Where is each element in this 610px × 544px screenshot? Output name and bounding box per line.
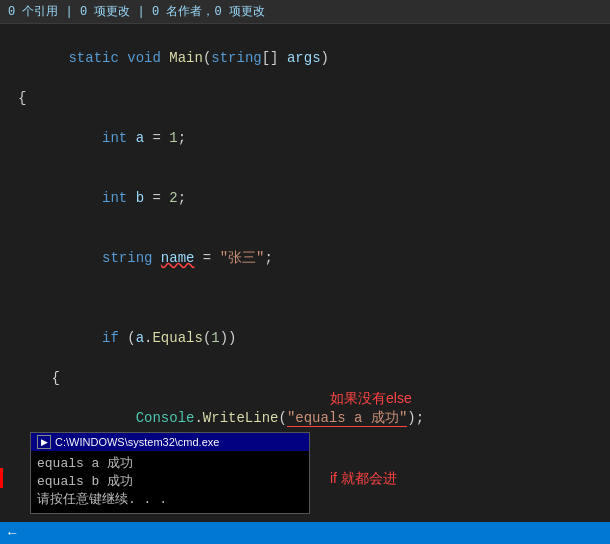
terminal-window: ▶ C:\WINDOWS\system32\cmd.exe equals a 成… bbox=[30, 432, 310, 514]
var-a: a bbox=[136, 130, 144, 146]
code-line-7: if (a.Equals(1)) bbox=[0, 308, 610, 368]
code-line-5: string name = "张三"; bbox=[0, 228, 610, 288]
annotation-if-enter: if 就都会进 bbox=[330, 468, 397, 488]
red-bar bbox=[0, 468, 3, 488]
method-main: Main bbox=[169, 50, 203, 66]
num-2: 2 bbox=[169, 190, 177, 206]
cls-console1: Console bbox=[136, 410, 195, 426]
code-line-6 bbox=[0, 288, 610, 308]
line-content-8: { bbox=[8, 368, 60, 388]
line-content-4: int b = 2; bbox=[8, 168, 186, 228]
num-1b: 1 bbox=[211, 330, 219, 346]
str-equals-a: "equals a 成功" bbox=[287, 410, 407, 427]
code-line-8: { bbox=[0, 368, 610, 388]
var-args: args bbox=[287, 50, 321, 66]
code-line-4: int b = 2; bbox=[0, 168, 610, 228]
line-content-7: if (a.Equals(1)) bbox=[8, 308, 237, 368]
num-1: 1 bbox=[169, 130, 177, 146]
var-name: name bbox=[161, 250, 195, 266]
terminal-body: equals a 成功 equals b 成功 请按任意键继续. . . bbox=[31, 451, 309, 513]
str-zhangsan: "张三" bbox=[220, 250, 265, 266]
bottom-bar: ← bbox=[0, 522, 610, 544]
kw-int-b: int bbox=[102, 190, 127, 206]
terminal-line-1: equals a 成功 bbox=[37, 455, 303, 473]
code-line-2: { bbox=[0, 88, 610, 108]
terminal-title: C:\WINDOWS\system32\cmd.exe bbox=[55, 436, 219, 448]
kw-string: string bbox=[211, 50, 261, 66]
line-content-2: { bbox=[8, 88, 26, 108]
code-line-1: static void Main(string[] args) bbox=[0, 28, 610, 88]
terminal-line-3: 请按任意键继续. . . bbox=[37, 491, 303, 509]
kw-string: string bbox=[102, 250, 152, 266]
terminal-titlebar: ▶ C:\WINDOWS\system32\cmd.exe bbox=[31, 433, 309, 451]
code-line-3: int a = 1; bbox=[0, 108, 610, 168]
line-content-3: int a = 1; bbox=[8, 108, 186, 168]
method-equals: Equals bbox=[152, 330, 202, 346]
terminal-icon: ▶ bbox=[37, 435, 51, 449]
annotation-no-else: 如果没有else bbox=[330, 388, 412, 408]
var-b: b bbox=[136, 190, 144, 206]
var-a2: a bbox=[136, 330, 144, 346]
terminal-line-2: equals b 成功 bbox=[37, 473, 303, 491]
kw-if1: if bbox=[102, 330, 119, 346]
kw-int-a: int bbox=[102, 130, 127, 146]
info-bar-text: 0 个引用 | 0 项更改 | 0 名作者，0 项更改 bbox=[8, 3, 265, 20]
line-content-1: static void Main(string[] args) bbox=[8, 28, 329, 88]
line-content-5: string name = "张三"; bbox=[8, 228, 273, 288]
bottom-arrow[interactable]: ← bbox=[8, 525, 16, 541]
method-writeline1: WriteLine bbox=[203, 410, 279, 426]
kw-void: void bbox=[127, 50, 161, 66]
info-bar: 0 个引用 | 0 项更改 | 0 名作者，0 项更改 bbox=[0, 0, 610, 24]
kw-static: static bbox=[68, 50, 118, 66]
